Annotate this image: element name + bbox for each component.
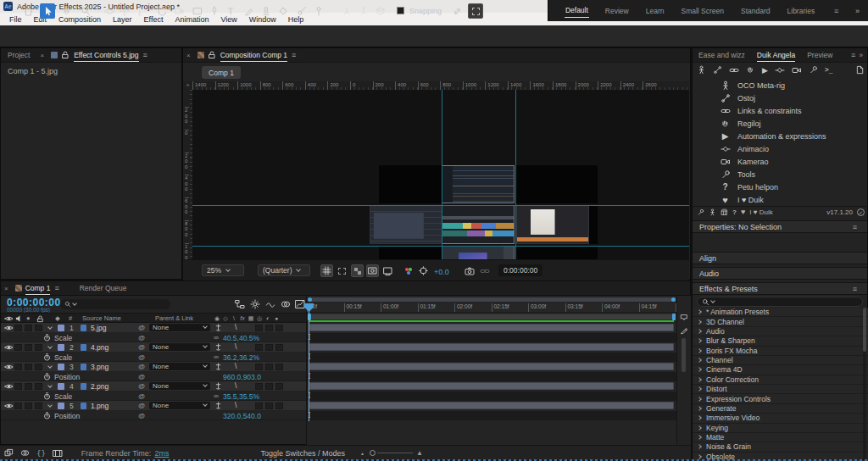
- expand-chevron-icon[interactable]: [47, 403, 53, 408]
- timeline-zoom-knob[interactable]: [370, 450, 376, 456]
- character-icon[interactable]: [709, 208, 716, 216]
- pickwhip-icon[interactable]: @: [138, 412, 145, 419]
- lock-icon[interactable]: [61, 51, 70, 59]
- close-panel-icon[interactable]: ×: [183, 52, 194, 59]
- eye-icon[interactable]: [4, 403, 14, 409]
- duik-notes-icon[interactable]: [855, 65, 865, 75]
- switch-cell[interactable]: [265, 364, 273, 370]
- anchor-switch-icon[interactable]: [214, 402, 222, 409]
- effects-group-row[interactable]: Blur & Sharpen: [693, 336, 868, 346]
- home-icon[interactable]: [20, 3, 36, 19]
- type-tool-icon[interactable]: T: [223, 3, 238, 19]
- pickwhip-icon[interactable]: @: [138, 392, 145, 400]
- timeline-layer-row[interactable]: 3 3.png @ None \: [1, 362, 306, 372]
- draft-3d-icon[interactable]: [250, 299, 260, 309]
- view-axis-mode-icon[interactable]: [373, 3, 388, 19]
- timeline-search-input[interactable]: [60, 299, 170, 309]
- switch-cell[interactable]: [255, 364, 263, 370]
- effects-group-row[interactable]: Audio: [693, 327, 868, 336]
- timeline-property-row[interactable]: Scale @ ∞ 36.2,36.2%: [1, 353, 306, 363]
- roto-brush-tool-icon[interactable]: [294, 3, 309, 19]
- duik-bone-icon[interactable]: [713, 65, 722, 75]
- film-icon[interactable]: [53, 449, 63, 458]
- source-name-column-header[interactable]: Source Name: [82, 314, 121, 322]
- timeline-layer-row[interactable]: 1 5.jpg @ None \: [1, 323, 306, 333]
- duik-rig-icon[interactable]: [697, 65, 706, 75]
- snap-options-icon[interactable]: [468, 3, 483, 19]
- layer-label-color[interactable]: [58, 403, 64, 409]
- layer-label-color[interactable]: [58, 325, 64, 331]
- zoom-in-mountain-icon[interactable]: ▲: [416, 449, 423, 457]
- pan-camera-tool-icon[interactable]: [117, 3, 132, 19]
- expressions-icon[interactable]: {}: [36, 449, 46, 458]
- lock-toggle[interactable]: [35, 383, 42, 390]
- track-rows[interactable]: I I I I I: [307, 323, 677, 420]
- effects-group-row[interactable]: Generate: [693, 404, 868, 414]
- vertical-ruler[interactable]: 20002004006008001000: [183, 90, 192, 259]
- effects-group-row[interactable]: Keying: [693, 424, 868, 433]
- quality-switch-icon[interactable]: \: [235, 362, 236, 370]
- switch-cell[interactable]: [255, 403, 263, 409]
- resolution-dropdown[interactable]: (Quarter): [258, 264, 310, 276]
- layer-label-color[interactable]: [58, 383, 64, 390]
- magnification-dropdown[interactable]: 25%: [202, 264, 244, 276]
- duik-script-icon[interactable]: >_: [825, 66, 833, 74]
- tab-render-queue[interactable]: Render Queue: [63, 284, 144, 292]
- pickwhip-icon[interactable]: @: [138, 353, 145, 361]
- panel-menu-icon[interactable]: ≡: [50, 284, 62, 292]
- graph-editor-icon[interactable]: [295, 299, 305, 309]
- timeline-layer-row[interactable]: 2 4.png @ None \: [1, 342, 306, 353]
- live-update-icon[interactable]: [20, 448, 30, 458]
- help-icon[interactable]: ?: [732, 208, 737, 216]
- switch-cell[interactable]: [275, 403, 283, 409]
- duik-item-tools[interactable]: Tools: [693, 168, 868, 181]
- quality-switch-icon[interactable]: \: [235, 381, 236, 390]
- duik-tools-icon[interactable]: [809, 65, 818, 75]
- pen-tool-icon[interactable]: [207, 3, 222, 19]
- solo-toggle[interactable]: [25, 364, 32, 370]
- timeline-property-row[interactable]: Scale @ ∞ 40.5,40.5%: [1, 333, 306, 343]
- parent-dropdown[interactable]: None: [149, 363, 210, 370]
- layer-duration-bar[interactable]: [309, 382, 674, 390]
- snapping-checkbox[interactable]: [397, 7, 404, 14]
- timeline-vertical-scrollbar[interactable]: [682, 338, 686, 372]
- horizontal-ruler[interactable]: 1400120010008006004002000200400600800100…: [192, 81, 689, 90]
- lock-toggle[interactable]: [35, 403, 42, 409]
- update-check-icon[interactable]: ✓: [857, 208, 865, 216]
- settings-wrench-icon[interactable]: [697, 208, 704, 216]
- dolly-camera-tool-icon[interactable]: [132, 3, 147, 19]
- navigator-start-handle[interactable]: [308, 297, 312, 302]
- property-value[interactable]: 35.5,35.5%: [223, 392, 259, 401]
- workspace-overflow-icon[interactable]: »: [855, 7, 860, 15]
- rectangle-tool-icon[interactable]: [190, 3, 205, 19]
- current-time-indicator-line[interactable]: [309, 311, 309, 421]
- switch-cell[interactable]: [265, 325, 273, 331]
- stopwatch-icon[interactable]: [43, 353, 51, 361]
- parent-dropdown[interactable]: None: [149, 402, 210, 409]
- workspace-menu-icon[interactable]: ≡: [830, 7, 842, 15]
- eye-icon[interactable]: [4, 325, 14, 331]
- property-value[interactable]: 320.0,540.0: [223, 412, 261, 420]
- effects-group-row[interactable]: Expression Controls: [693, 394, 868, 403]
- lock-icon[interactable]: [208, 51, 216, 59]
- workspace-tab[interactable]: Libraries: [787, 4, 816, 18]
- mask-visibility-icon[interactable]: [366, 264, 379, 277]
- comp-marker-bin-icon[interactable]: [680, 314, 688, 322]
- tabs-overflow-icon[interactable]: »: [859, 51, 867, 59]
- panel-menu-icon[interactable]: ≡: [849, 285, 860, 293]
- zoom-tool-icon[interactable]: [78, 3, 93, 19]
- align-panel-header[interactable]: Align: [693, 252, 867, 264]
- effects-group-row[interactable]: Channel: [693, 356, 868, 365]
- solo-toggle[interactable]: [25, 403, 32, 409]
- workspace-tab[interactable]: Review: [604, 4, 630, 18]
- puppet-pin-tool-icon[interactable]: [311, 3, 326, 19]
- hand-tool-icon[interactable]: [59, 3, 75, 19]
- pickwhip-icon[interactable]: @: [138, 402, 145, 409]
- property-value[interactable]: 960.0,903.0: [223, 373, 261, 381]
- effects-group-row[interactable]: Boris FX Mocha: [693, 347, 868, 356]
- zoom-out-mountain-icon[interactable]: ▲: [360, 451, 364, 456]
- orbit-camera-tool-icon[interactable]: [102, 3, 117, 19]
- region-of-interest-icon[interactable]: [336, 264, 348, 277]
- timeline-layer-row[interactable]: 4 2.png @ None \: [1, 381, 306, 392]
- work-area-bar[interactable]: [309, 314, 674, 320]
